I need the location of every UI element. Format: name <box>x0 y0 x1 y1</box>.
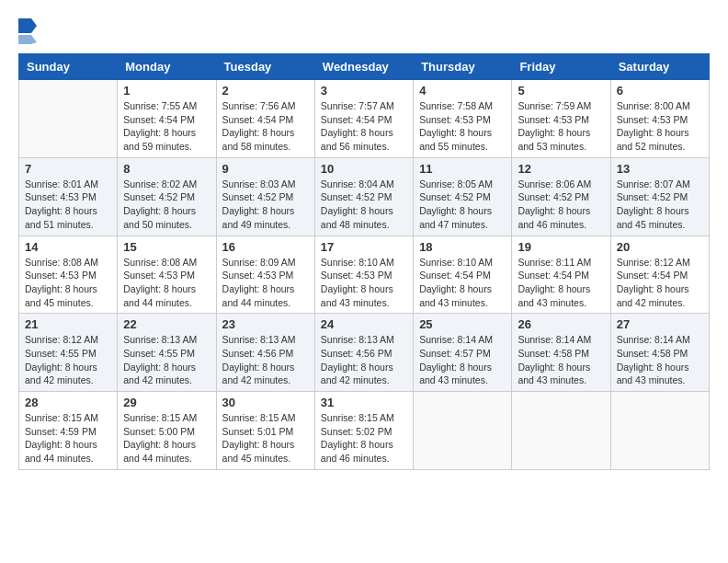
page-header <box>18 18 710 44</box>
calendar-cell: 15Sunrise: 8:08 AM Sunset: 4:53 PM Dayli… <box>118 236 216 314</box>
day-info: Sunrise: 7:59 AM Sunset: 4:53 PM Dayligh… <box>518 99 604 154</box>
day-info: Sunrise: 8:00 AM Sunset: 4:53 PM Dayligh… <box>617 99 703 154</box>
day-info: Sunrise: 8:08 AM Sunset: 4:53 PM Dayligh… <box>123 256 210 310</box>
weekday-header-saturday: Saturday <box>610 54 709 80</box>
day-info: Sunrise: 8:08 AM Sunset: 4:53 PM Dayligh… <box>25 256 111 310</box>
calendar-cell <box>512 392 610 470</box>
day-number: 23 <box>222 317 309 331</box>
calendar-cell: 4Sunrise: 7:58 AM Sunset: 4:53 PM Daylig… <box>414 80 512 158</box>
logo <box>18 18 40 44</box>
day-info: Sunrise: 8:13 AM Sunset: 4:55 PM Dayligh… <box>123 333 210 387</box>
day-number: 15 <box>123 240 210 254</box>
calendar-week-row: 14Sunrise: 8:08 AM Sunset: 4:53 PM Dayli… <box>19 236 710 314</box>
day-number: 7 <box>25 162 111 176</box>
day-info: Sunrise: 7:55 AM Sunset: 4:54 PM Dayligh… <box>123 99 210 154</box>
day-number: 19 <box>518 240 604 254</box>
weekday-header-wednesday: Wednesday <box>314 54 413 80</box>
calendar-table: SundayMondayTuesdayWednesdayThursdayFrid… <box>18 53 710 470</box>
calendar-cell: 9Sunrise: 8:03 AM Sunset: 4:52 PM Daylig… <box>216 157 314 236</box>
day-number: 9 <box>222 162 309 176</box>
calendar-week-row: 7Sunrise: 8:01 AM Sunset: 4:53 PM Daylig… <box>19 157 710 236</box>
calendar-cell: 22Sunrise: 8:13 AM Sunset: 4:55 PM Dayli… <box>118 314 216 392</box>
calendar-cell: 2Sunrise: 7:56 AM Sunset: 4:54 PM Daylig… <box>216 80 314 158</box>
calendar-week-row: 21Sunrise: 8:12 AM Sunset: 4:55 PM Dayli… <box>19 314 710 392</box>
day-info: Sunrise: 8:03 AM Sunset: 4:52 PM Dayligh… <box>222 178 309 232</box>
day-info: Sunrise: 8:12 AM Sunset: 4:54 PM Dayligh… <box>617 256 703 310</box>
day-info: Sunrise: 8:14 AM Sunset: 4:57 PM Dayligh… <box>419 333 506 387</box>
day-info: Sunrise: 8:14 AM Sunset: 4:58 PM Dayligh… <box>518 333 604 387</box>
calendar-cell: 29Sunrise: 8:15 AM Sunset: 5:00 PM Dayli… <box>118 392 216 470</box>
calendar-cell: 23Sunrise: 8:13 AM Sunset: 4:56 PM Dayli… <box>216 314 314 392</box>
day-number: 4 <box>419 84 506 98</box>
day-number: 30 <box>222 396 309 409</box>
day-info: Sunrise: 8:15 AM Sunset: 5:01 PM Dayligh… <box>222 411 309 465</box>
calendar-cell: 21Sunrise: 8:12 AM Sunset: 4:55 PM Dayli… <box>19 314 118 392</box>
calendar-cell: 26Sunrise: 8:14 AM Sunset: 4:58 PM Dayli… <box>512 314 610 392</box>
calendar-cell: 7Sunrise: 8:01 AM Sunset: 4:53 PM Daylig… <box>19 157 118 236</box>
day-number: 11 <box>419 162 506 176</box>
day-info: Sunrise: 8:10 AM Sunset: 4:54 PM Dayligh… <box>419 256 506 310</box>
calendar-cell: 28Sunrise: 8:15 AM Sunset: 4:59 PM Dayli… <box>19 392 118 470</box>
calendar-cell: 25Sunrise: 8:14 AM Sunset: 4:57 PM Dayli… <box>414 314 512 392</box>
weekday-header-sunday: Sunday <box>19 54 118 80</box>
day-number: 20 <box>617 240 703 254</box>
day-info: Sunrise: 8:14 AM Sunset: 4:58 PM Dayligh… <box>617 333 703 387</box>
day-info: Sunrise: 8:01 AM Sunset: 4:53 PM Dayligh… <box>25 178 111 232</box>
day-info: Sunrise: 8:07 AM Sunset: 4:52 PM Dayligh… <box>617 178 703 232</box>
calendar-cell: 12Sunrise: 8:06 AM Sunset: 4:52 PM Dayli… <box>512 157 610 236</box>
calendar-cell: 27Sunrise: 8:14 AM Sunset: 4:58 PM Dayli… <box>610 314 709 392</box>
day-number: 25 <box>419 317 506 331</box>
calendar-week-row: 1Sunrise: 7:55 AM Sunset: 4:54 PM Daylig… <box>19 80 710 158</box>
calendar-cell: 18Sunrise: 8:10 AM Sunset: 4:54 PM Dayli… <box>414 236 512 314</box>
day-number: 1 <box>123 84 210 98</box>
day-number: 2 <box>222 84 309 98</box>
calendar-week-row: 28Sunrise: 8:15 AM Sunset: 4:59 PM Dayli… <box>19 392 710 470</box>
day-number: 21 <box>25 317 111 331</box>
weekday-header-row: SundayMondayTuesdayWednesdayThursdayFrid… <box>19 54 710 80</box>
day-number: 24 <box>321 317 407 331</box>
calendar-cell: 3Sunrise: 7:57 AM Sunset: 4:54 PM Daylig… <box>314 80 413 158</box>
day-number: 16 <box>222 240 309 254</box>
day-number: 29 <box>123 396 210 409</box>
svg-marker-1 <box>18 35 37 44</box>
day-number: 28 <box>25 396 111 409</box>
day-info: Sunrise: 8:04 AM Sunset: 4:52 PM Dayligh… <box>321 178 407 232</box>
calendar-cell: 11Sunrise: 8:05 AM Sunset: 4:52 PM Dayli… <box>414 157 512 236</box>
day-info: Sunrise: 8:02 AM Sunset: 4:52 PM Dayligh… <box>123 178 210 232</box>
day-number: 12 <box>518 162 604 176</box>
day-number: 22 <box>123 317 210 331</box>
calendar-cell: 8Sunrise: 8:02 AM Sunset: 4:52 PM Daylig… <box>118 157 216 236</box>
day-number: 13 <box>617 162 703 176</box>
day-info: Sunrise: 8:15 AM Sunset: 5:00 PM Dayligh… <box>123 411 210 465</box>
day-number: 18 <box>419 240 506 254</box>
calendar-cell: 31Sunrise: 8:15 AM Sunset: 5:02 PM Dayli… <box>314 392 413 470</box>
day-number: 10 <box>321 162 407 176</box>
day-number: 3 <box>321 84 407 98</box>
day-info: Sunrise: 8:05 AM Sunset: 4:52 PM Dayligh… <box>419 178 506 232</box>
day-number: 26 <box>518 317 604 331</box>
day-number: 5 <box>518 84 604 98</box>
calendar-cell: 6Sunrise: 8:00 AM Sunset: 4:53 PM Daylig… <box>610 80 709 158</box>
day-number: 27 <box>617 317 703 331</box>
calendar-cell: 13Sunrise: 8:07 AM Sunset: 4:52 PM Dayli… <box>610 157 709 236</box>
calendar-cell <box>610 392 709 470</box>
day-number: 6 <box>617 84 703 98</box>
calendar-cell: 10Sunrise: 8:04 AM Sunset: 4:52 PM Dayli… <box>314 157 413 236</box>
day-info: Sunrise: 8:06 AM Sunset: 4:52 PM Dayligh… <box>518 178 604 232</box>
calendar-cell <box>19 80 118 158</box>
day-number: 31 <box>321 396 407 409</box>
day-info: Sunrise: 7:57 AM Sunset: 4:54 PM Dayligh… <box>321 99 407 154</box>
day-info: Sunrise: 8:11 AM Sunset: 4:54 PM Dayligh… <box>518 256 604 310</box>
logo-icon <box>18 18 37 44</box>
day-number: 14 <box>25 240 111 254</box>
svg-marker-0 <box>18 18 37 33</box>
calendar-cell: 20Sunrise: 8:12 AM Sunset: 4:54 PM Dayli… <box>610 236 709 314</box>
day-number: 8 <box>123 162 210 176</box>
calendar-cell: 24Sunrise: 8:13 AM Sunset: 4:56 PM Dayli… <box>314 314 413 392</box>
calendar-cell <box>414 392 512 470</box>
day-info: Sunrise: 7:58 AM Sunset: 4:53 PM Dayligh… <box>419 99 506 154</box>
day-info: Sunrise: 8:09 AM Sunset: 4:53 PM Dayligh… <box>222 256 309 310</box>
calendar-cell: 19Sunrise: 8:11 AM Sunset: 4:54 PM Dayli… <box>512 236 610 314</box>
day-info: Sunrise: 8:15 AM Sunset: 5:02 PM Dayligh… <box>321 411 407 465</box>
calendar-cell: 14Sunrise: 8:08 AM Sunset: 4:53 PM Dayli… <box>19 236 118 314</box>
